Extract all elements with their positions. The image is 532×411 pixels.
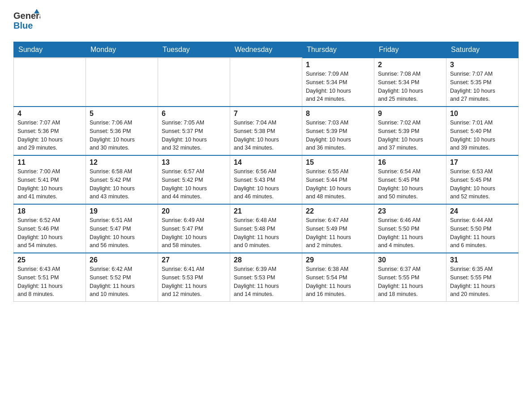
day-number: 4 (17, 110, 82, 118)
day-info: Sunrise: 6:35 AM Sunset: 5:55 PM Dayligh… (450, 265, 515, 299)
svg-text:Blue: Blue (13, 21, 33, 30)
weekday-header-row: SundayMondayTuesdayWednesdayThursdayFrid… (14, 42, 519, 58)
day-info: Sunrise: 7:09 AM Sunset: 5:34 PM Dayligh… (306, 70, 370, 103)
calendar-cell: 21Sunrise: 6:48 AM Sunset: 5:48 PM Dayli… (230, 204, 302, 253)
day-info: Sunrise: 6:49 AM Sunset: 5:47 PM Dayligh… (162, 216, 226, 250)
calendar-cell: 3Sunrise: 7:07 AM Sunset: 5:35 PM Daylig… (446, 58, 519, 107)
day-number: 9 (378, 110, 442, 118)
day-info: Sunrise: 6:51 AM Sunset: 5:47 PM Dayligh… (90, 216, 154, 250)
calendar-week-row: 11Sunrise: 7:00 AM Sunset: 5:41 PM Dayli… (14, 155, 519, 204)
day-number: 5 (90, 110, 154, 118)
calendar-cell: 30Sunrise: 6:37 AM Sunset: 5:55 PM Dayli… (374, 253, 446, 302)
day-number: 22 (306, 207, 370, 215)
calendar-cell: 25Sunrise: 6:43 AM Sunset: 5:51 PM Dayli… (14, 253, 86, 302)
calendar-cell: 24Sunrise: 6:44 AM Sunset: 5:50 PM Dayli… (446, 204, 519, 253)
day-number: 24 (450, 207, 515, 215)
calendar-cell: 29Sunrise: 6:38 AM Sunset: 5:54 PM Dayli… (302, 253, 374, 302)
page-header: General Blue (13, 9, 519, 34)
day-number: 29 (306, 256, 370, 264)
day-number: 25 (17, 256, 82, 264)
calendar-cell: 1Sunrise: 7:09 AM Sunset: 5:34 PM Daylig… (302, 58, 374, 107)
calendar-table: SundayMondayTuesdayWednesdayThursdayFrid… (13, 42, 519, 302)
day-info: Sunrise: 6:58 AM Sunset: 5:42 PM Dayligh… (90, 167, 154, 201)
day-info: Sunrise: 7:04 AM Sunset: 5:38 PM Dayligh… (234, 119, 298, 152)
calendar-cell: 4Sunrise: 7:07 AM Sunset: 5:36 PM Daylig… (14, 107, 86, 155)
day-number: 13 (162, 158, 226, 167)
weekday-header-thursday: Thursday (302, 42, 374, 58)
day-number: 16 (378, 158, 442, 167)
day-info: Sunrise: 6:38 AM Sunset: 5:54 PM Dayligh… (306, 265, 370, 299)
day-info: Sunrise: 6:48 AM Sunset: 5:48 PM Dayligh… (234, 216, 298, 250)
day-number: 3 (450, 61, 515, 69)
day-number: 31 (450, 256, 515, 264)
day-info: Sunrise: 7:01 AM Sunset: 5:40 PM Dayligh… (450, 119, 515, 152)
day-info: Sunrise: 7:06 AM Sunset: 5:36 PM Dayligh… (90, 119, 154, 152)
weekday-header-saturday: Saturday (446, 42, 519, 58)
calendar-cell: 7Sunrise: 7:04 AM Sunset: 5:38 PM Daylig… (230, 107, 302, 155)
day-info: Sunrise: 6:57 AM Sunset: 5:42 PM Dayligh… (162, 167, 226, 201)
calendar-cell: 10Sunrise: 7:01 AM Sunset: 5:40 PM Dayli… (446, 107, 519, 155)
calendar-cell: 8Sunrise: 7:03 AM Sunset: 5:39 PM Daylig… (302, 107, 374, 155)
calendar-cell: 2Sunrise: 7:08 AM Sunset: 5:34 PM Daylig… (374, 58, 446, 107)
calendar-cell: 11Sunrise: 7:00 AM Sunset: 5:41 PM Dayli… (14, 155, 86, 204)
day-info: Sunrise: 6:42 AM Sunset: 5:52 PM Dayligh… (90, 265, 154, 299)
day-info: Sunrise: 6:44 AM Sunset: 5:50 PM Dayligh… (450, 216, 515, 250)
day-info: Sunrise: 7:02 AM Sunset: 5:39 PM Dayligh… (378, 119, 442, 152)
weekday-header-friday: Friday (374, 42, 446, 58)
day-info: Sunrise: 6:46 AM Sunset: 5:50 PM Dayligh… (378, 216, 442, 250)
calendar-cell: 20Sunrise: 6:49 AM Sunset: 5:47 PM Dayli… (158, 204, 230, 253)
day-number: 1 (306, 61, 370, 69)
calendar-cell (230, 58, 302, 107)
day-number: 14 (234, 158, 298, 167)
day-info: Sunrise: 7:05 AM Sunset: 5:37 PM Dayligh… (162, 119, 226, 152)
calendar-cell: 16Sunrise: 6:54 AM Sunset: 5:45 PM Dayli… (374, 155, 446, 204)
day-number: 30 (378, 256, 442, 264)
calendar-cell: 15Sunrise: 6:55 AM Sunset: 5:44 PM Dayli… (302, 155, 374, 204)
calendar-cell: 28Sunrise: 6:39 AM Sunset: 5:53 PM Dayli… (230, 253, 302, 302)
calendar-cell: 9Sunrise: 7:02 AM Sunset: 5:39 PM Daylig… (374, 107, 446, 155)
day-info: Sunrise: 6:54 AM Sunset: 5:45 PM Dayligh… (378, 167, 442, 201)
weekday-header-sunday: Sunday (14, 42, 86, 58)
day-number: 8 (306, 110, 370, 118)
day-number: 6 (162, 110, 226, 118)
calendar-cell: 26Sunrise: 6:42 AM Sunset: 5:52 PM Dayli… (86, 253, 158, 302)
calendar-cell (86, 58, 158, 107)
day-number: 28 (234, 256, 298, 264)
calendar-week-row: 1Sunrise: 7:09 AM Sunset: 5:34 PM Daylig… (14, 58, 519, 107)
day-info: Sunrise: 6:52 AM Sunset: 5:46 PM Dayligh… (17, 216, 82, 250)
day-number: 7 (234, 110, 298, 118)
day-info: Sunrise: 6:39 AM Sunset: 5:53 PM Dayligh… (234, 265, 298, 299)
calendar-week-row: 4Sunrise: 7:07 AM Sunset: 5:36 PM Daylig… (14, 107, 519, 155)
day-info: Sunrise: 7:08 AM Sunset: 5:34 PM Dayligh… (378, 70, 442, 103)
day-number: 19 (90, 207, 154, 215)
calendar-cell: 12Sunrise: 6:58 AM Sunset: 5:42 PM Dayli… (86, 155, 158, 204)
weekday-header-tuesday: Tuesday (158, 42, 230, 58)
day-info: Sunrise: 6:41 AM Sunset: 5:53 PM Dayligh… (162, 265, 226, 299)
calendar-cell: 31Sunrise: 6:35 AM Sunset: 5:55 PM Dayli… (446, 253, 519, 302)
calendar-cell: 27Sunrise: 6:41 AM Sunset: 5:53 PM Dayli… (158, 253, 230, 302)
day-info: Sunrise: 6:55 AM Sunset: 5:44 PM Dayligh… (306, 167, 370, 201)
day-number: 15 (306, 158, 370, 167)
calendar-week-row: 25Sunrise: 6:43 AM Sunset: 5:51 PM Dayli… (14, 253, 519, 302)
day-number: 2 (378, 61, 442, 69)
calendar-cell: 23Sunrise: 6:46 AM Sunset: 5:50 PM Dayli… (374, 204, 446, 253)
calendar-cell: 18Sunrise: 6:52 AM Sunset: 5:46 PM Dayli… (14, 204, 86, 253)
logo-icon: General Blue (13, 9, 40, 34)
calendar-cell: 19Sunrise: 6:51 AM Sunset: 5:47 PM Dayli… (86, 204, 158, 253)
day-number: 10 (450, 110, 515, 118)
calendar-cell (14, 58, 86, 107)
day-number: 26 (90, 256, 154, 264)
day-info: Sunrise: 7:00 AM Sunset: 5:41 PM Dayligh… (17, 167, 82, 201)
logo: General Blue (13, 9, 40, 34)
day-number: 23 (378, 207, 442, 215)
day-info: Sunrise: 6:53 AM Sunset: 5:45 PM Dayligh… (450, 167, 515, 201)
day-info: Sunrise: 7:07 AM Sunset: 5:35 PM Dayligh… (450, 70, 515, 103)
weekday-header-wednesday: Wednesday (230, 42, 302, 58)
day-info: Sunrise: 6:37 AM Sunset: 5:55 PM Dayligh… (378, 265, 442, 299)
calendar-cell: 5Sunrise: 7:06 AM Sunset: 5:36 PM Daylig… (86, 107, 158, 155)
calendar-cell: 14Sunrise: 6:56 AM Sunset: 5:43 PM Dayli… (230, 155, 302, 204)
day-number: 21 (234, 207, 298, 215)
day-number: 12 (90, 158, 154, 167)
day-info: Sunrise: 6:43 AM Sunset: 5:51 PM Dayligh… (17, 265, 82, 299)
day-number: 11 (17, 158, 82, 167)
